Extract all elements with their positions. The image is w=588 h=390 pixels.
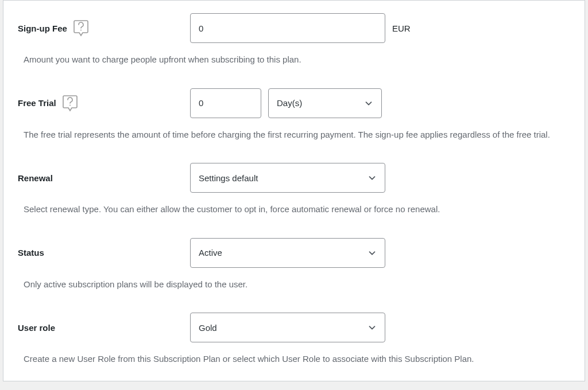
help-icon[interactable] [62, 95, 78, 111]
signup-fee-help: Amount you want to charge people upfront… [18, 53, 570, 67]
svg-point-1 [69, 104, 71, 106]
user-role-help: Create a new User Role from this Subscri… [18, 353, 570, 366]
signup-fee-label-text: Sign-up Fee [18, 24, 67, 33]
free-trial-input[interactable] [190, 88, 261, 118]
user-role-row: User role Gold Create a new User Role fr… [3, 291, 585, 366]
help-icon[interactable] [73, 20, 89, 36]
signup-fee-label: Sign-up Fee [18, 20, 190, 36]
free-trial-unit-select[interactable]: Day(s) [268, 88, 382, 118]
currency-suffix: EUR [392, 24, 411, 33]
status-label: Status [18, 248, 190, 258]
signup-fee-input[interactable] [190, 13, 385, 43]
free-trial-help: The free trial represents the amount of … [18, 128, 570, 142]
free-trial-label: Free Trial [18, 95, 190, 111]
status-select[interactable]: Active [190, 238, 385, 268]
user-role-select[interactable]: Gold [190, 313, 385, 342]
status-row: Status Active Only active subscription p… [3, 216, 585, 291]
renewal-row: Renewal Settings default Select renewal … [3, 141, 585, 216]
renewal-help: Select renewal type. You can either allo… [18, 203, 570, 216]
user-role-label-text: User role [18, 323, 55, 333]
subscription-settings-panel: Sign-up Fee EUR Amount you want to charg… [3, 0, 585, 381]
renewal-label-text: Renewal [18, 173, 53, 183]
renewal-label: Renewal [18, 173, 190, 183]
user-role-label: User role [18, 323, 190, 333]
free-trial-row: Free Trial Day(s) [3, 67, 585, 142]
renewal-select[interactable]: Settings default [190, 163, 385, 193]
free-trial-label-text: Free Trial [18, 98, 56, 108]
svg-point-0 [80, 30, 82, 31]
status-help: Only active subscription plans will be d… [18, 278, 570, 291]
status-label-text: Status [18, 248, 44, 258]
signup-fee-row: Sign-up Fee EUR Amount you want to charg… [3, 1, 585, 67]
